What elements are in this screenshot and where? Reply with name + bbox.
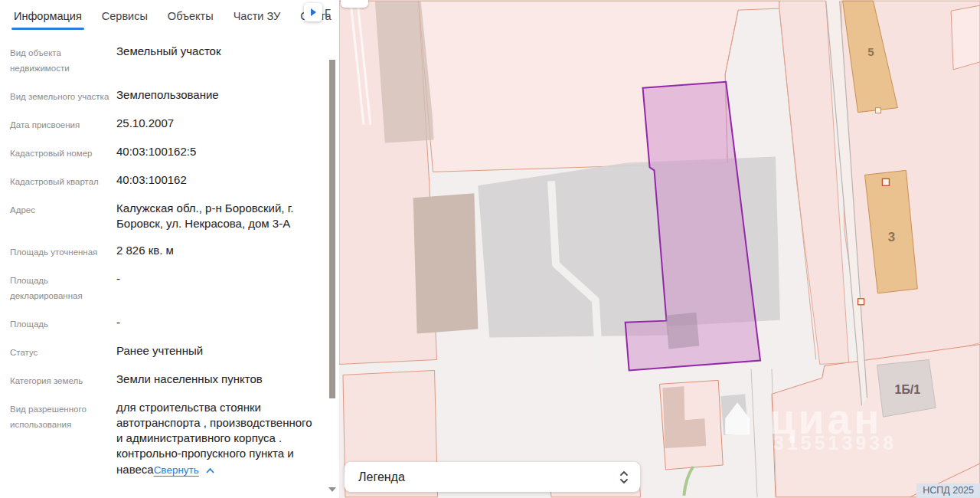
tab-3[interactable]: Объекты bbox=[168, 2, 214, 31]
field-value: Земельный участок bbox=[116, 43, 318, 76]
scrollbar-thumb[interactable] bbox=[329, 60, 335, 398]
field-row: АдресКалужская обл., р-н Боровский, г. Б… bbox=[10, 200, 318, 231]
field-label: Дата присвоения bbox=[10, 115, 116, 133]
tabs-scroll-next-button[interactable] bbox=[304, 3, 322, 21]
map-control-button-clipped[interactable] bbox=[341, 0, 368, 8]
field-row: Площадь- bbox=[10, 314, 318, 332]
building-5-label: 5 bbox=[867, 45, 874, 58]
expand-collapse-icon[interactable] bbox=[619, 470, 629, 485]
field-row: Кадастровый квартал40:03:100162 bbox=[10, 172, 318, 189]
field-row: Кадастровый номер40:03:100162:5 bbox=[10, 143, 318, 161]
tab-1[interactable]: Информация bbox=[14, 2, 82, 31]
building-3-label: 3 bbox=[888, 230, 895, 244]
building-brown-large[interactable] bbox=[413, 193, 479, 333]
building-1b-1-label: 1Б/1 bbox=[895, 383, 921, 396]
tab-4[interactable]: Части ЗУ bbox=[234, 2, 281, 31]
field-value: Землепользование bbox=[116, 87, 318, 104]
field-value: - bbox=[116, 314, 318, 332]
map-attribution: НСПД 2025 bbox=[916, 483, 980, 498]
map-canvas[interactable]: 5 3 1Б/1 циан 315513938 Легенда НСПД 202… bbox=[339, 0, 980, 498]
field-value: - bbox=[116, 270, 318, 303]
legend-bar[interactable]: Легенда bbox=[345, 462, 640, 492]
field-label: Кадастровый квартал bbox=[10, 172, 116, 189]
map-svg[interactable]: 5 3 1Б/1 bbox=[339, 0, 980, 498]
field-list: Вид объекта недвижимостиЗемельный участо… bbox=[10, 43, 318, 489]
building-inside-selected-parcel[interactable] bbox=[665, 313, 699, 349]
field-label: Статус bbox=[10, 342, 116, 360]
building-5-annex bbox=[875, 108, 880, 113]
collapse-link-text[interactable]: Свернуть bbox=[154, 463, 199, 478]
field-row: Площадь декларированная- bbox=[10, 270, 318, 303]
field-label: Площадь декларированная bbox=[10, 270, 116, 303]
field-value: 2 826 кв. м bbox=[116, 242, 318, 260]
field-row: СтатусРанее учтенный bbox=[10, 342, 318, 360]
field-value: для строительства стоянки автотранспорта… bbox=[116, 399, 318, 478]
scrollbar-down-arrow-icon[interactable] bbox=[328, 487, 336, 492]
field-row: Вид разрешенного использованиядля строит… bbox=[10, 399, 318, 478]
chevron-up-icon bbox=[206, 467, 214, 473]
app-window: ИнформацияСервисыОбъектыЧасти ЗУСоста Г … bbox=[0, 0, 980, 498]
parcel-pink-top-right[interactable] bbox=[951, 5, 980, 70]
chevron-right-icon bbox=[311, 8, 316, 16]
field-row: Вид земельного участкаЗемлепользование bbox=[10, 87, 318, 104]
field-value: Калужская обл., р-н Боровский, г. Боровс… bbox=[116, 200, 318, 231]
field-value: Земли населенных пунктов bbox=[116, 371, 318, 388]
field-label: Вид земельного участка bbox=[10, 87, 116, 104]
collapse-link[interactable]: Свернуть bbox=[154, 463, 214, 478]
field-value: 25.10.2007 bbox=[116, 115, 318, 133]
field-row: Дата присвоения25.10.2007 bbox=[10, 115, 318, 133]
field-label: Адрес bbox=[10, 200, 116, 231]
info-panel: ИнформацияСервисыОбъектыЧасти ЗУСоста Г … bbox=[0, 0, 339, 498]
field-row: Площадь уточненная2 826 кв. м bbox=[10, 242, 318, 260]
panel-scrollbar[interactable] bbox=[328, 0, 336, 498]
legend-label: Легенда bbox=[358, 470, 619, 484]
tab-2[interactable]: Сервисы bbox=[102, 2, 148, 31]
field-label: Кадастровый номер bbox=[10, 143, 116, 161]
field-label: Категория земель bbox=[10, 371, 116, 388]
tab-bar: ИнформацияСервисыОбъектыЧасти ЗУСоста bbox=[0, 0, 339, 32]
field-value: Ранее учтенный bbox=[116, 342, 318, 360]
field-label: Вид разрешенного использования bbox=[10, 399, 116, 478]
field-row: Категория земельЗемли населенных пунктов bbox=[10, 371, 318, 388]
field-row: Вид объекта недвижимостиЗемельный участо… bbox=[10, 43, 318, 76]
field-label: Вид объекта недвижимости bbox=[10, 43, 116, 76]
building-3-marker bbox=[882, 179, 889, 185]
road-marker-square bbox=[858, 299, 864, 305]
field-label: Площадь bbox=[10, 314, 116, 332]
field-value: 40:03:100162:5 bbox=[116, 143, 318, 161]
field-label: Площадь уточненная bbox=[10, 242, 116, 260]
field-value: 40:03:100162 bbox=[116, 172, 318, 189]
